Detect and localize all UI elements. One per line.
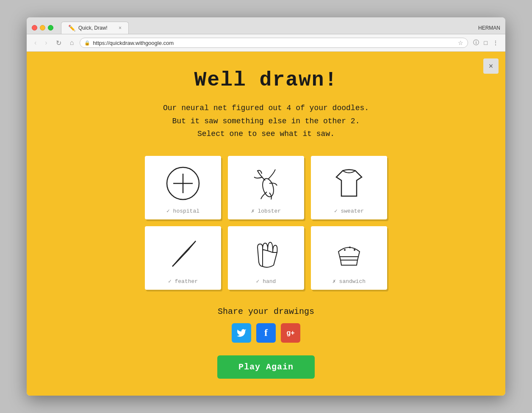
browser-titlebar: ✏️ Quick, Draw! × HERMAN [27, 17, 505, 34]
back-button[interactable]: ‹ [32, 38, 39, 47]
subtitle-line3: Select one to see what it saw. [197, 130, 335, 138]
twitter-button[interactable] [232, 323, 251, 343]
check-icon: ✓ [166, 208, 173, 214]
browser-tab[interactable]: ✏️ Quick, Draw! × [61, 22, 129, 34]
doodle-drawing-hand [233, 231, 299, 276]
doodle-drawing-sandwich [316, 231, 382, 276]
check-icon-sweater: ✓ [334, 208, 341, 214]
cross-icon-sandwich: ✗ [332, 278, 339, 285]
page-content: × Well drawn! Our neural net figured out… [27, 52, 505, 396]
forward-button[interactable]: › [42, 38, 50, 47]
doodle-label-sandwich: ✗ sandwich [332, 278, 366, 285]
address-bar[interactable]: 🔒 https://quickdraw.withgoogle.com ☆ [80, 38, 468, 48]
doodle-drawing-lobster [233, 161, 299, 206]
tab-favicon-icon: ✏️ [68, 25, 75, 31]
minimize-button[interactable] [40, 25, 45, 30]
tab-close-icon[interactable]: × [119, 25, 122, 31]
user-name: HERMAN [478, 25, 500, 31]
doodle-drawing-feather [150, 231, 216, 276]
bookmark-icon[interactable]: ☆ [458, 39, 463, 46]
maximize-button[interactable] [48, 25, 53, 30]
doodle-card-hospital[interactable]: ✓ hospital [145, 156, 221, 219]
doodle-label-lobster: ✗ lobster [251, 208, 281, 214]
cards-grid: ✓ hospital [145, 156, 387, 290]
doodle-card-hand[interactable]: ✓ hand [228, 226, 304, 290]
subtitle: Our neural net figured out 4 of your doo… [163, 102, 369, 141]
google-icon: g+ [286, 329, 294, 337]
svg-point-6 [354, 249, 355, 251]
page-title: Well drawn! [194, 69, 338, 91]
traffic-lights [32, 25, 53, 30]
play-again-button[interactable]: Play Again [217, 355, 315, 379]
doodle-card-lobster[interactable]: ✗ lobster [228, 156, 304, 219]
extension-button[interactable]: □ [482, 39, 489, 47]
refresh-button[interactable]: ↻ [53, 38, 64, 48]
doodle-drawing-hospital [150, 161, 216, 206]
nav-actions: ⓘ □ ⋮ [471, 38, 500, 47]
info-button[interactable]: ⓘ [471, 38, 481, 47]
close-button[interactable] [32, 25, 37, 30]
doodle-card-sandwich[interactable]: ✗ sandwich [311, 226, 387, 290]
share-title: Share your drawings [218, 307, 314, 316]
tab-title: Quick, Draw! [78, 25, 108, 31]
check-icon-feather: ✓ [168, 278, 175, 285]
browser-window: ✏️ Quick, Draw! × HERMAN ‹ › ↻ ⌂ 🔒 https… [27, 17, 505, 396]
subtitle-line1: Our neural net figured out 4 of your doo… [163, 104, 369, 112]
doodle-label-sweater: ✓ sweater [334, 208, 364, 214]
subtitle-line2: But it saw something else in the other 2… [172, 117, 360, 125]
lock-icon: 🔒 [84, 40, 90, 46]
doodle-card-feather[interactable]: ✓ feather [145, 226, 221, 290]
facebook-icon: f [264, 327, 268, 338]
svg-point-5 [349, 247, 351, 248]
doodle-card-sweater[interactable]: ✓ sweater [311, 156, 387, 219]
more-button[interactable]: ⋮ [491, 39, 500, 47]
browser-nav: ‹ › ↻ ⌂ 🔒 https://quickdraw.withgoogle.c… [27, 34, 505, 52]
cross-icon: ✗ [251, 208, 258, 214]
google-button[interactable]: g+ [281, 323, 300, 343]
doodle-label-feather: ✓ feather [168, 278, 198, 285]
doodle-label-hospital: ✓ hospital [166, 208, 200, 214]
page-close-button[interactable]: × [483, 58, 499, 74]
facebook-button[interactable]: f [256, 323, 276, 343]
doodle-drawing-sweater [316, 161, 382, 206]
home-button[interactable]: ⌂ [67, 38, 77, 47]
svg-point-4 [344, 249, 346, 251]
check-icon-hand: ✓ [256, 278, 263, 285]
social-buttons: f g+ [232, 323, 300, 343]
svg-point-3 [261, 177, 276, 198]
url-text: https://quickdraw.withgoogle.com [93, 40, 455, 46]
doodle-label-hand: ✓ hand [256, 278, 276, 285]
tab-bar: ✏️ Quick, Draw! × [61, 22, 471, 34]
